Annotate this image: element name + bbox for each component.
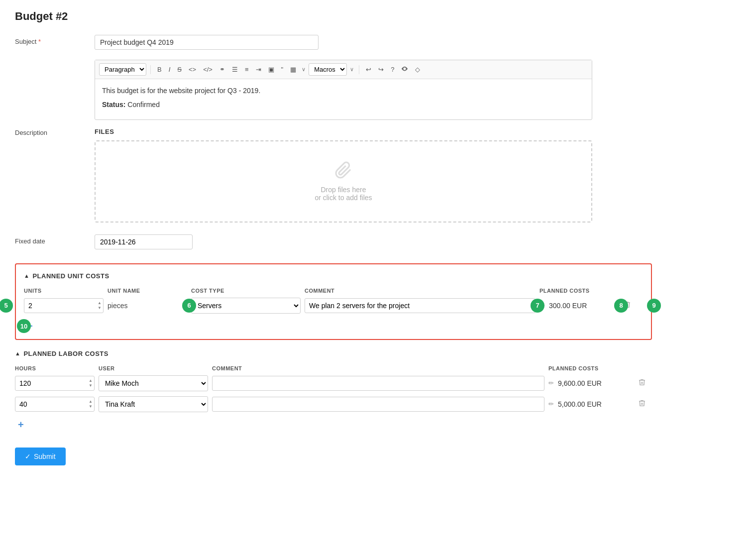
- user-select-2[interactable]: Tina Kraft: [99, 396, 208, 412]
- editor-line-2: Status: Confirmed: [102, 99, 585, 110]
- col-unit-name: UNIT NAME: [107, 288, 187, 294]
- labor-cost-value-1: 9,600.00 EUR: [558, 379, 602, 387]
- submit-wrapper: ✓ Submit: [15, 443, 652, 465]
- col-comment: COMMENT: [305, 288, 536, 294]
- submit-checkmark: ✓: [25, 452, 31, 460]
- help-button[interactable]: ?: [388, 64, 397, 75]
- image-button[interactable]: ▣: [266, 64, 277, 75]
- hours-up-1[interactable]: ▲: [88, 378, 94, 383]
- unit-costs-header: ▲ PLANNED UNIT COSTS: [24, 272, 643, 280]
- strikethrough-button[interactable]: S: [175, 64, 184, 75]
- labor-comment-input-2[interactable]: [212, 397, 544, 412]
- redo-button[interactable]: ↪: [376, 64, 386, 75]
- toolbar-sep-2: [359, 65, 359, 74]
- labor-cost-value-2: 5,000.00 EUR: [558, 400, 602, 408]
- labor-costs-col-headers: HOURS USER COMMENT PLANNED COSTS: [15, 365, 652, 371]
- editor-label-spacer: [15, 60, 95, 63]
- labor-hours-input-1[interactable]: [15, 376, 95, 391]
- submit-button[interactable]: ✓ Submit: [15, 448, 66, 465]
- subject-input[interactable]: [95, 35, 319, 50]
- labor-cost-display-2: ✏ 5,000.00 EUR: [548, 400, 628, 408]
- file-drop-zone[interactable]: Drop files here or click to add files: [95, 140, 592, 223]
- units-input-wrapper: ▲ ▼: [24, 298, 104, 313]
- labor-col-user: USER: [99, 365, 208, 371]
- toolbar-sep-1: [150, 65, 151, 74]
- paragraph-select[interactable]: Paragraph: [99, 63, 146, 76]
- user-select-1[interactable]: Mike Moch: [99, 375, 208, 391]
- cost-value: 300.00 EUR: [549, 302, 587, 310]
- labor-col-actions: [632, 365, 652, 371]
- page-title: Budget #2: [15, 10, 652, 23]
- labor-cost-display-1: ✏ 9,600.00 EUR: [548, 379, 628, 387]
- editor-toolbar: Paragraph B I S <> </> ⚭ ☰ ≡ ⇥ ▣ " ▦ ∨: [95, 60, 592, 79]
- planned-labor-costs-section: ▲ PLANNED LABOR COSTS HOURS USER COMMENT…: [15, 350, 652, 433]
- badge-9: 9: [647, 299, 661, 313]
- labor-col-costs: PLANNED COSTS: [548, 365, 628, 371]
- bold-button[interactable]: B: [155, 64, 164, 75]
- files-section: FILES Drop files here or click to add fi…: [95, 128, 592, 223]
- preview-button[interactable]: [399, 64, 411, 75]
- hours-down-1[interactable]: ▼: [88, 383, 94, 388]
- labor-costs-chevron: ▲: [15, 350, 20, 356]
- unit-costs-col-headers: UNITS UNIT NAME COST TYPE COMMENT PLANNE…: [24, 288, 643, 294]
- undo-button[interactable]: ↩: [363, 64, 374, 75]
- code-block-button[interactable]: </>: [201, 64, 215, 75]
- paperclip-icon: [115, 161, 571, 183]
- hours-down-2[interactable]: ▼: [88, 404, 94, 409]
- planned-unit-costs-section: ▲ PLANNED UNIT COSTS UNITS UNIT NAME COS…: [15, 263, 652, 340]
- labor-costs-table: HOURS USER COMMENT PLANNED COSTS ▲ ▼ Mik…: [15, 365, 652, 433]
- drop-text-1: Drop files here: [115, 186, 571, 194]
- editor-line-1: This budget is for the website project f…: [102, 85, 585, 96]
- code-inline-button[interactable]: <>: [186, 64, 199, 75]
- labor-cost-edit-icon-1[interactable]: ✏: [548, 379, 554, 387]
- indent-button[interactable]: ⇥: [253, 64, 264, 75]
- link-button[interactable]: ⚭: [217, 64, 227, 75]
- ordered-list-button[interactable]: ≡: [242, 64, 251, 75]
- badge-8: 8: [614, 299, 628, 313]
- units-input[interactable]: [24, 298, 104, 313]
- badge-5: 5: [0, 299, 13, 313]
- files-title: FILES: [95, 128, 592, 135]
- quote-button[interactable]: ": [279, 64, 286, 75]
- labor-delete-button-2[interactable]: [632, 399, 652, 409]
- col-planned-costs: PLANNED COSTS: [539, 288, 619, 294]
- col-actions: [623, 288, 643, 294]
- italic-button[interactable]: I: [166, 64, 173, 75]
- unit-costs-chevron: ▲: [24, 273, 29, 279]
- fixed-date-label: Fixed date: [15, 234, 95, 245]
- add-labor-cost-button[interactable]: +: [15, 417, 27, 433]
- hours-up-2[interactable]: ▲: [88, 399, 94, 404]
- cost-display: 8 ✏ 300.00 EUR: [539, 302, 619, 310]
- table-button[interactable]: ▦: [288, 64, 299, 75]
- unit-costs-table: UNITS UNIT NAME COST TYPE COMMENT PLANNE…: [24, 288, 643, 334]
- unit-cost-row: 5 ▲ ▼ pieces 6 Servers: [24, 298, 643, 314]
- submit-label: Submit: [34, 452, 56, 460]
- badge-7: 7: [531, 299, 544, 313]
- unit-costs-title: PLANNED UNIT COSTS: [32, 272, 109, 280]
- description-label: Description: [15, 126, 95, 136]
- labor-delete-button-1[interactable]: [632, 378, 652, 388]
- unit-name-cell: pieces: [107, 299, 187, 313]
- cost-type-select[interactable]: Servers: [191, 298, 301, 314]
- fixed-date-input[interactable]: [95, 234, 193, 249]
- labor-cost-row-2: ▲ ▼ Tina Kraft ✏ 5,000.00 EUR: [15, 396, 652, 412]
- drop-text-2: or click to add files: [115, 194, 571, 202]
- subject-label: Subject *: [15, 35, 95, 45]
- col-units: UNITS: [24, 288, 104, 294]
- badge-6: 6: [182, 299, 196, 313]
- bullet-list-button[interactable]: ☰: [229, 64, 240, 75]
- editor-body[interactable]: This budget is for the website project f…: [95, 79, 592, 119]
- comment-input[interactable]: [305, 298, 536, 313]
- labor-comment-input-1[interactable]: [212, 376, 544, 391]
- col-cost-type: COST TYPE: [191, 288, 301, 294]
- labor-cost-edit-icon-2[interactable]: ✏: [548, 400, 554, 408]
- units-down[interactable]: ▼: [97, 306, 103, 311]
- rich-text-editor[interactable]: Paragraph B I S <> </> ⚭ ☰ ≡ ⇥ ▣ " ▦ ∨: [95, 60, 592, 120]
- labor-col-comment: COMMENT: [212, 365, 544, 371]
- macros-select[interactable]: Macros: [309, 63, 347, 76]
- units-up[interactable]: ▲: [97, 301, 103, 306]
- labor-hours-input-2[interactable]: [15, 397, 95, 412]
- labor-costs-header: ▲ PLANNED LABOR COSTS: [15, 350, 652, 357]
- badge-10: 10: [17, 319, 31, 333]
- source-button[interactable]: ◇: [413, 64, 423, 75]
